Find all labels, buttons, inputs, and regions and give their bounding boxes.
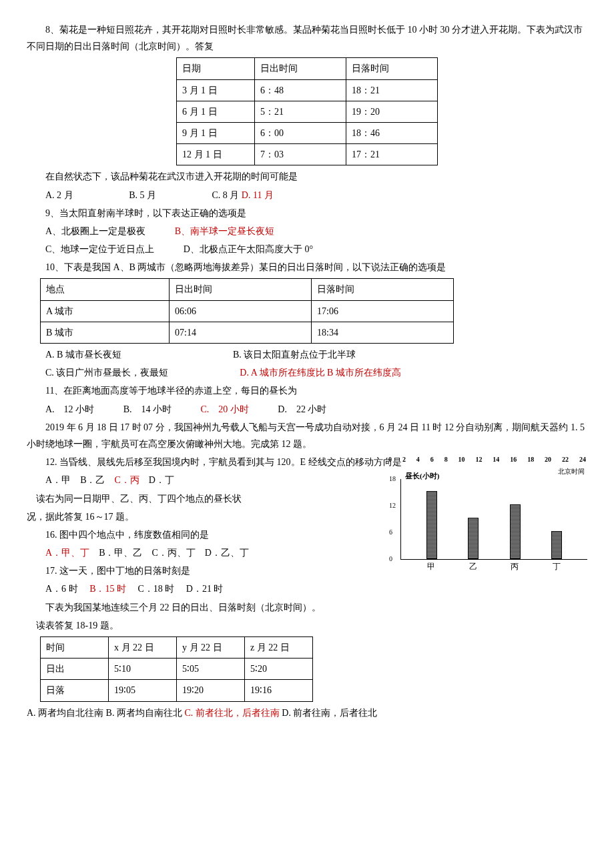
q9-row1: A、北极圈上一定是极夜 B、南半球一定昼长夜短 bbox=[27, 223, 587, 240]
q18-table: 时间 x 月 22 日 y 月 22 日 z 月 22 日 日出 5∶10 5∶… bbox=[40, 636, 313, 702]
q10-optA: A. B 城市昼长夜短 bbox=[45, 350, 121, 360]
q12-optB: B．乙 bbox=[80, 475, 105, 485]
q17-options: A．6 时 B．15 时 C．18 时 D．21 时 bbox=[27, 580, 400, 597]
q8-th1: 日期 bbox=[177, 58, 255, 79]
q11-optA: A. 12 小时 bbox=[45, 404, 94, 414]
q18-optC: C. 前者往北，后者往南 bbox=[184, 708, 282, 718]
q10-optD: D. A 城市所在纬度比 B 城市所在纬度高 bbox=[240, 368, 401, 378]
q18-optD: D. 前者往南，后者往北 bbox=[282, 708, 377, 718]
bar-ding bbox=[551, 531, 562, 559]
q10-stem: 10、下表是我国 A、B 两城市（忽略两地海拔差异）某日的日出日落时间，以下说法… bbox=[27, 259, 587, 276]
q11-stem: 11、在距离地面高度等于地球半径的赤道上空，每日的昼长为 bbox=[27, 382, 587, 399]
q8-options: A. 2 月 B. 5 月 C. 8 月 D. 11 月 bbox=[27, 187, 587, 203]
day-length-chart: 0 2 4 6 8 10 12 14 16 18 20 22 24 北京时间 昼… bbox=[387, 454, 587, 574]
passage18b: 读表答复 18-19 题。 bbox=[27, 617, 400, 634]
q8-optB: B. 5 月 bbox=[129, 190, 156, 200]
q17-optA: A．6 时 bbox=[45, 584, 78, 594]
chart-area: 昼长(小时) 18 12 6 0 bbox=[400, 479, 587, 560]
q9-row2: C、地球一定位于近日点上 D、北极点正午太阳高度大于 0° bbox=[27, 241, 587, 258]
q10-table: 地点 日出时间 日落时间 A 城市06:0617:06 B 城市07:1418:… bbox=[40, 278, 454, 344]
q17-optB: B．15 时 bbox=[89, 584, 126, 594]
q11-optB: B. 14 小时 bbox=[123, 404, 172, 414]
passage18: 下表为我国某地连续三个月 22 日的日出、日落时刻（北京时间）。 bbox=[27, 599, 400, 616]
q8-optC: C. 8 月 bbox=[212, 190, 241, 200]
q16-optB: B．甲、乙 bbox=[99, 548, 142, 558]
q16-optC: C．丙、丁 bbox=[151, 548, 195, 558]
passage16: 读右为同一日期甲、乙、丙、丁四个地点的昼长状 bbox=[27, 490, 400, 507]
q12-optA: A．甲 bbox=[45, 475, 71, 485]
passage12: 2019 年 6 月 18 日 17 时 07 分，我国神州九号载人飞船与天宫一… bbox=[27, 419, 587, 452]
q8-optA: A. 2 月 bbox=[45, 190, 73, 200]
q8-th3: 日落时间 bbox=[346, 58, 438, 79]
q10-optC: C. 该日广州市昼最长，夜最短 bbox=[45, 368, 168, 378]
q12-options: A．甲 B．乙 C．丙 D．丁 bbox=[27, 472, 400, 488]
q10-row1: A. B 城市昼长夜短 B. 该日太阳直射点位于北半球 bbox=[27, 346, 587, 363]
q16-stem: 16. 图中四个地点中，纬度数值相同的是 bbox=[27, 526, 400, 543]
q10-row2: C. 该日广州市昼最长，夜最短 D. A 城市所在纬度比 B 城市所在纬度高 bbox=[27, 364, 587, 381]
q8-sub: 在自然状态下，该品种菊花在武汉市进入开花期的时间可能是 bbox=[27, 168, 587, 185]
q18-options: A. 两者均自北往南 B. 两者均自南往北 C. 前者往北，后者往南 D. 前者… bbox=[27, 705, 587, 721]
q8-table: 日期 日出时间 日落时间 3 月 1 日6：4818：21 6 月 1 日5：2… bbox=[176, 57, 438, 165]
q9-stem: 9、当太阳直射南半球时，以下表达正确的选项是 bbox=[27, 205, 587, 222]
q8-optD: D. 11 月 bbox=[242, 190, 274, 200]
chart-xlabels: 甲 乙 丙 丁 bbox=[400, 560, 587, 574]
q11-optC: C. 20 小时 bbox=[200, 404, 248, 414]
chart-top-ticks: 0 2 4 6 8 10 12 14 16 18 20 22 24 bbox=[387, 454, 587, 466]
q17-optD: D．21 时 bbox=[186, 584, 224, 594]
q11-optD: D. 22 小时 bbox=[278, 404, 326, 414]
q9-optD: D、北极点正午太阳高度大于 0° bbox=[184, 244, 313, 254]
bar-yi bbox=[468, 518, 479, 559]
q17-optC: C．18 时 bbox=[137, 584, 174, 594]
bar-jia bbox=[426, 491, 437, 559]
q11-options: A. 12 小时 B. 14 小时 C. 20 小时 D. 22 小时 bbox=[27, 401, 587, 418]
q8-th2: 日出时间 bbox=[255, 58, 346, 79]
q17-stem: 17. 这一天，图中丁地的日落时刻是 bbox=[27, 562, 400, 579]
q16-optA: A．甲、丁 bbox=[45, 548, 89, 558]
q8-stem: 8、菊花是一种短日照花卉，其开花期对日照时长非常敏感。某品种菊花当日照时长低于 … bbox=[27, 21, 587, 55]
bar-bing bbox=[510, 504, 521, 559]
q9-optC: C、地球一定位于近日点上 bbox=[45, 244, 154, 254]
passage16b: 况，据此答复 16～17 题。 bbox=[27, 508, 400, 525]
q12-optD: D．丁 bbox=[149, 475, 174, 485]
q9-optB: B、南半球一定昼长夜短 bbox=[175, 226, 274, 236]
q18-garble: A. 两者均自北往南 B. 两者均自南往北 bbox=[27, 708, 184, 718]
q16-optD: D．乙、丁 bbox=[205, 548, 249, 558]
chart-wrap: 12. 当昏线、晨线先后移至我国境内时，宇航员看到其与 120。E 经线交点的移… bbox=[27, 454, 587, 634]
q16-options: A．甲、丁 B．甲、乙 C．丙、丁 D．乙、丁 bbox=[27, 544, 400, 561]
q12-optC: C．丙 bbox=[114, 475, 139, 485]
q9-optA: A、北极圈上一定是极夜 bbox=[45, 226, 145, 236]
q10-optB: B. 该日太阳直射点位于北半球 bbox=[233, 350, 356, 360]
